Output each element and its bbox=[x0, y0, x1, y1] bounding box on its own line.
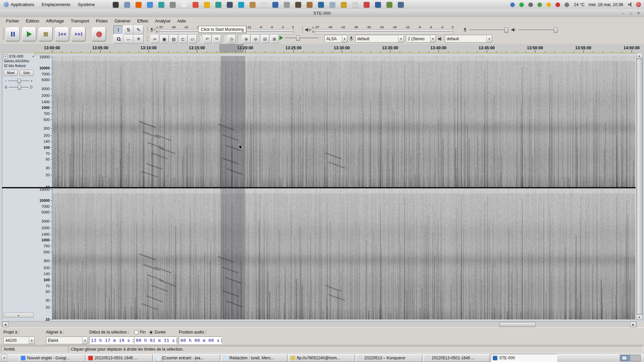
track-close-icon[interactable]: × bbox=[3, 54, 8, 59]
timeline-ruler[interactable]: 13:00:0013:05:0013:10:0013:15:0013:20:00… bbox=[0, 44, 644, 53]
places-menu[interactable]: Emplacements bbox=[38, 0, 74, 9]
dropdown-arrow-icon[interactable] bbox=[82, 337, 88, 344]
mixer-icon[interactable] bbox=[565, 2, 569, 7]
pen-icon[interactable] bbox=[261, 2, 267, 8]
cut-button[interactable]: ✂ bbox=[151, 35, 159, 43]
window-titlebar[interactable]: STE-000 – □ ✕ bbox=[0, 9, 644, 17]
scroll-right-icon[interactable]: ▶ bbox=[630, 322, 636, 327]
play-at-speed-icon[interactable] bbox=[279, 36, 283, 40]
show-desktop-button[interactable]: ◂ bbox=[1, 354, 7, 362]
selection-tool[interactable]: I bbox=[113, 25, 123, 35]
battery-icon[interactable] bbox=[537, 2, 542, 7]
gain-slider[interactable] bbox=[8, 78, 29, 83]
firefox-icon[interactable] bbox=[136, 2, 142, 8]
taskbar-item[interactable]: 20220513-0501-1645 ... bbox=[423, 354, 490, 362]
pan-slider[interactable] bbox=[9, 85, 29, 89]
radio-icon[interactable] bbox=[134, 330, 139, 335]
skip-to-end-button[interactable] bbox=[71, 27, 86, 41]
globe-icon[interactable] bbox=[318, 2, 324, 8]
water-drop-icon[interactable] bbox=[238, 2, 244, 8]
meter-dropdown-icon[interactable]: ▾ bbox=[154, 28, 155, 31]
record-button[interactable] bbox=[92, 27, 106, 41]
audio-position-field[interactable]: 00 h 00 m 00 s ▲▼ bbox=[179, 337, 222, 344]
radio-selected-icon[interactable] bbox=[149, 330, 153, 335]
spinner-icon[interactable]: ▲▼ bbox=[220, 338, 222, 343]
pause-button[interactable] bbox=[6, 27, 20, 41]
playback-speed-slider[interactable] bbox=[285, 35, 319, 41]
track-name[interactable]: STE-000 bbox=[9, 54, 32, 58]
minimize-button[interactable]: – bbox=[620, 10, 626, 16]
slider-thumb[interactable] bbox=[18, 85, 21, 90]
file-manager-icon[interactable] bbox=[124, 2, 130, 8]
bluetooth-icon[interactable] bbox=[510, 2, 515, 7]
vertical-scroll-thumb[interactable] bbox=[637, 59, 642, 314]
camera-icon[interactable] bbox=[295, 2, 301, 8]
menu-edition[interactable]: Edition bbox=[22, 17, 43, 24]
scroll-left-icon[interactable]: ◀ bbox=[2, 322, 8, 327]
scroll-down-icon[interactable]: ▼ bbox=[637, 314, 642, 320]
slider-thumb[interactable] bbox=[17, 79, 21, 83]
selection-length-radio[interactable]: Durée bbox=[149, 330, 166, 335]
menu-affichage[interactable]: Affichage bbox=[43, 17, 67, 24]
draw-tool[interactable]: ✎ bbox=[133, 25, 144, 35]
undo-button[interactable]: ↶ bbox=[203, 35, 212, 43]
spectrogram-left-channel[interactable] bbox=[52, 56, 635, 187]
output-device-select[interactable]: default bbox=[445, 35, 492, 43]
sync-lock-button[interactable]: ◷ bbox=[227, 35, 236, 43]
skip-to-start-button[interactable] bbox=[55, 27, 69, 41]
printer-icon[interactable] bbox=[170, 2, 176, 8]
chrome-teal-icon[interactable] bbox=[215, 2, 221, 8]
track-menu-arrow-icon[interactable]: ▾ bbox=[33, 55, 34, 58]
workspace-1[interactable] bbox=[620, 355, 630, 361]
chrome-yellow-icon[interactable] bbox=[204, 2, 210, 8]
taskbar-item[interactable]: 20220513-0501-1645 ... bbox=[86, 354, 153, 362]
dropdown-arrow-icon[interactable] bbox=[29, 337, 34, 344]
package-icon[interactable] bbox=[307, 2, 313, 8]
menu-fichier[interactable]: Fichier bbox=[3, 17, 22, 24]
screenshot-icon[interactable] bbox=[284, 2, 290, 8]
menu-aide[interactable]: Aide bbox=[174, 17, 189, 24]
zoom-in-button[interactable]: ⊕ bbox=[242, 35, 251, 43]
selection-end-radio[interactable]: Fin bbox=[134, 330, 146, 335]
media-player-icon[interactable] bbox=[364, 2, 370, 8]
chat-icon[interactable] bbox=[158, 2, 164, 8]
input-volume-slider[interactable] bbox=[469, 27, 509, 33]
envelope-tool[interactable]: ⇅ bbox=[123, 25, 133, 35]
selection-start-field[interactable]: 13 h 17 m 19 s ▲▼ bbox=[89, 337, 136, 344]
project-rate-select[interactable]: 44100 bbox=[3, 337, 35, 344]
taskbar-item[interactable]: ftp://u76052240@hom... bbox=[288, 354, 355, 362]
cloud-icon[interactable] bbox=[329, 2, 335, 8]
spinner-icon[interactable]: ▲▼ bbox=[175, 338, 178, 343]
solo-button[interactable]: Solo bbox=[19, 70, 34, 76]
mute-button[interactable]: Muet bbox=[4, 70, 18, 76]
timeshift-tool[interactable]: ↔ bbox=[123, 35, 133, 44]
vertical-scrollbar[interactable]: ▲ ▼ bbox=[636, 53, 643, 320]
puzzle-icon[interactable] bbox=[386, 2, 392, 8]
mail-icon[interactable] bbox=[147, 2, 153, 8]
input-device-select[interactable]: default bbox=[355, 35, 404, 43]
menu-analyse[interactable]: Analyse bbox=[152, 17, 174, 24]
clock[interactable]: mer. 18 mai, 10:36 bbox=[588, 2, 623, 7]
menu-generer[interactable]: Générer bbox=[111, 17, 134, 24]
session-icon[interactable] bbox=[636, 2, 641, 7]
menu-effets[interactable]: Effets bbox=[134, 17, 152, 24]
playback-meter[interactable]: ▾ G D -57-48-42-36-30-24-18-12-9-6-30 bbox=[302, 25, 453, 34]
menu-transport[interactable]: Transport bbox=[67, 17, 93, 24]
menu-pistes[interactable]: Pistes bbox=[93, 17, 111, 24]
paste-button[interactable]: ▤ bbox=[169, 35, 178, 43]
taskbar-item[interactable]: STE-000 bbox=[491, 354, 557, 362]
slider-thumb[interactable] bbox=[554, 27, 557, 33]
text-editor-icon[interactable] bbox=[181, 2, 187, 8]
chrome-red-icon[interactable] bbox=[193, 2, 199, 8]
slider-thumb[interactable] bbox=[296, 36, 300, 41]
helm-icon[interactable] bbox=[227, 2, 233, 8]
taskbar-item[interactable]: Nouvel onglet - Googl... bbox=[19, 354, 85, 362]
scroll-up-icon[interactable]: ▲ bbox=[637, 53, 642, 59]
applications-menu[interactable]: Applications bbox=[0, 0, 38, 9]
system-menu[interactable]: Système bbox=[74, 0, 99, 9]
dropdown-arrow-icon[interactable] bbox=[398, 35, 404, 42]
taskbar-item[interactable]: Rédaction : lundi, Merc... bbox=[221, 354, 287, 362]
writer-icon[interactable] bbox=[272, 2, 278, 8]
meter-dropdown-icon[interactable]: ▾ bbox=[310, 28, 312, 31]
weather-icon[interactable] bbox=[546, 2, 551, 7]
